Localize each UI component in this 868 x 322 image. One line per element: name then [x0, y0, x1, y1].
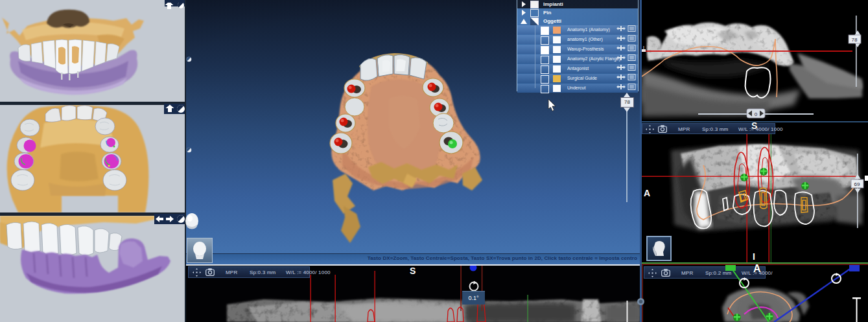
svg-text:78: 78: [852, 37, 858, 43]
svg-text:I: I: [643, 45, 644, 50]
svg-text:0: 0: [755, 111, 758, 117]
svg-text:69: 69: [854, 181, 860, 187]
